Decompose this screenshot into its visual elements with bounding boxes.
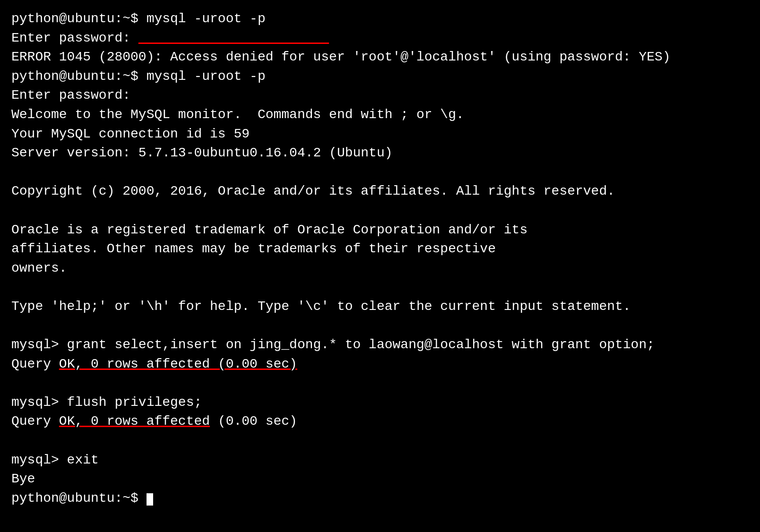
terminal-line-1: python@ubuntu:~$ mysql -uroot -p xyxy=(11,9,749,29)
terminal-line-9 xyxy=(11,163,749,182)
terminal-window: python@ubuntu:~$ mysql -uroot -p Enter p… xyxy=(11,9,749,523)
terminal-line-3: ERROR 1045 (28000): Access denied for us… xyxy=(11,48,749,67)
terminal-line-12: Oracle is a registered trademark of Orac… xyxy=(11,221,749,240)
terminal-line-6: Welcome to the MySQL monitor. Commands e… xyxy=(11,105,749,125)
terminal-line-21: mysql> flush privileges; xyxy=(11,393,749,412)
query-ok-redline-1: OK, 0 rows affected (0.00 sec) xyxy=(59,357,297,371)
terminal-line-10: Copyright (c) 2000, 2016, Oracle and/or … xyxy=(11,182,749,201)
terminal-line-5: Enter password: xyxy=(11,86,749,105)
terminal-line-13: affiliates. Other names may be trademark… xyxy=(11,240,749,259)
terminal-line-7: Your MySQL connection id is 59 xyxy=(11,125,749,144)
terminal-line-18: mysql> grant select,insert on jing_dong.… xyxy=(11,335,749,355)
query-ok-redline-2: OK, 0 rows affected xyxy=(59,414,210,429)
password-redline-1 xyxy=(138,31,329,45)
terminal-line-14: owners. xyxy=(11,259,749,278)
terminal-line-11 xyxy=(11,201,749,221)
terminal-line-16: Type 'help;' or '\h' for help. Type '\c'… xyxy=(11,297,749,317)
terminal-line-8: Server version: 5.7.13-0ubuntu0.16.04.2 … xyxy=(11,144,749,163)
terminal-line-17 xyxy=(11,317,749,336)
terminal-line-26: python@ubuntu:~$ xyxy=(11,489,749,508)
prompt-1: python@ubuntu:~$ mysql -uroot -p xyxy=(11,11,266,26)
terminal-line-19: Query OK, 0 rows affected (0.00 sec) xyxy=(11,355,749,374)
terminal-line-25: Bye xyxy=(11,470,749,489)
terminal-line-15 xyxy=(11,278,749,297)
terminal-line-23 xyxy=(11,431,749,451)
terminal-line-2: Enter password: xyxy=(11,29,749,48)
terminal-line-4: python@ubuntu:~$ mysql -uroot -p xyxy=(11,67,749,86)
terminal-cursor xyxy=(147,493,153,506)
terminal-line-22: Query OK, 0 rows affected (0.00 sec) xyxy=(11,412,749,431)
terminal-line-20 xyxy=(11,374,749,393)
terminal-line-24: mysql> exit xyxy=(11,451,749,470)
